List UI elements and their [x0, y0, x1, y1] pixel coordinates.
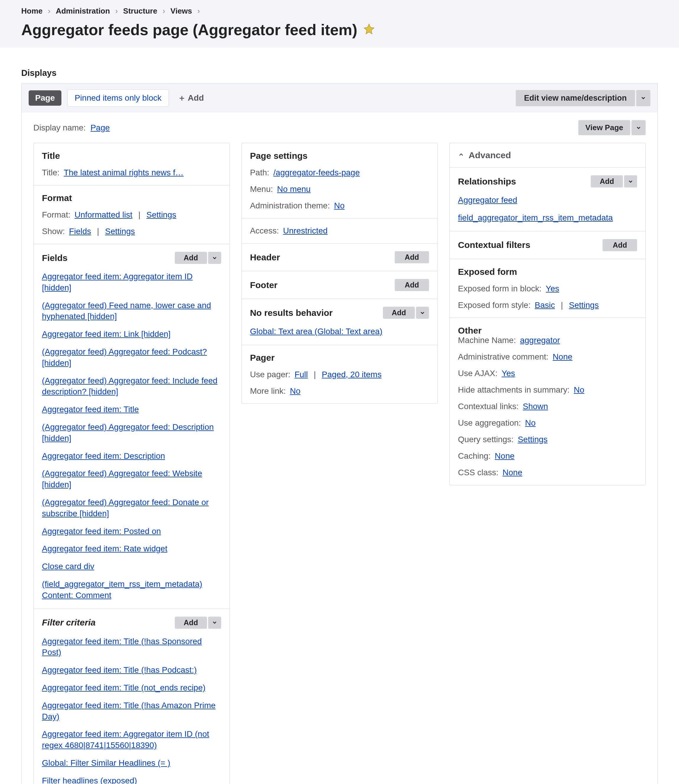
- edit-view-button[interactable]: Edit view name/description: [516, 90, 635, 106]
- format-value-link[interactable]: Unformatted list: [74, 210, 132, 220]
- breadcrumb-administration[interactable]: Administration: [56, 6, 110, 16]
- field-item[interactable]: Aggregator feed item: Description: [42, 451, 221, 462]
- show-settings-link[interactable]: Settings: [105, 227, 135, 236]
- displays-box: Page Pinned items only block ＋ Add Edit …: [21, 83, 658, 784]
- view-page-group: View Page: [578, 120, 646, 135]
- page-title: Aggregator feeds page (Aggregator feed i…: [21, 21, 357, 39]
- columns: Title Title: The latest animal rights ne…: [22, 143, 657, 784]
- relationships-add-button[interactable]: Add: [591, 175, 623, 188]
- field-item[interactable]: (Aggregator feed) Aggregator feed: Inclu…: [42, 375, 221, 397]
- relationship-item[interactable]: Aggregator feed: [458, 194, 637, 206]
- fields-add-dropdown[interactable]: [208, 252, 221, 264]
- pager-paged-link[interactable]: Paged, 20 items: [322, 370, 382, 379]
- footer-add-button[interactable]: Add: [395, 279, 429, 291]
- other-row: Machine Name:aggregator: [458, 336, 637, 345]
- field-item[interactable]: (Aggregator feed) Aggregator feed: Descr…: [42, 421, 221, 444]
- field-item[interactable]: (field_aggregator_item_rss_item_metadata…: [42, 579, 221, 601]
- exposed-style-link[interactable]: Basic: [535, 300, 555, 310]
- no-results-item[interactable]: Global: Text area (Global: Text area): [250, 326, 429, 337]
- exposed-style-settings-link[interactable]: Settings: [569, 300, 599, 310]
- other-value-link[interactable]: No: [525, 418, 536, 428]
- other-value-link[interactable]: None: [502, 468, 522, 477]
- field-item[interactable]: Aggregator feed item: Title: [42, 404, 221, 415]
- section-exposed-form: Exposed form Exposed form in block: Yes …: [450, 259, 645, 318]
- admin-theme-link[interactable]: No: [334, 201, 344, 210]
- field-item[interactable]: (Aggregator feed) Aggregator feed: Podca…: [42, 346, 221, 369]
- other-value-link[interactable]: Yes: [502, 369, 515, 378]
- tab-pinned-items-block[interactable]: Pinned items only block: [67, 89, 169, 106]
- other-label: Machine Name:: [458, 336, 516, 345]
- breadcrumb-home[interactable]: Home: [21, 6, 42, 16]
- field-item[interactable]: (Aggregator feed) Feed name, lower case …: [42, 300, 221, 322]
- relationship-item[interactable]: field_aggregator_item_rss_item_metadata: [458, 212, 637, 224]
- other-label: Use aggregation:: [458, 418, 521, 428]
- fields-add-button[interactable]: Add: [175, 252, 207, 264]
- section-format-heading: Format: [42, 193, 221, 203]
- add-display-button[interactable]: ＋ Add: [175, 92, 204, 103]
- advanced-header[interactable]: Advanced: [450, 143, 645, 167]
- use-pager-link[interactable]: Full: [295, 370, 308, 379]
- other-label: Query settings:: [458, 435, 513, 444]
- column-1: Title Title: The latest animal rights ne…: [33, 143, 230, 784]
- section-other: Other Machine Name:aggregatorAdministrat…: [450, 318, 645, 485]
- no-results-add-dropdown[interactable]: [416, 307, 429, 319]
- section-no-results: No results behavior Add Global: Text are…: [242, 299, 438, 345]
- view-page-dropdown[interactable]: [632, 120, 646, 135]
- filter-add-dropdown[interactable]: [208, 617, 221, 629]
- display-name-link[interactable]: Page: [90, 123, 110, 133]
- field-item[interactable]: Aggregator feed item: Link [hidden]: [42, 329, 221, 340]
- field-item[interactable]: Close card div: [42, 561, 221, 572]
- other-value-link[interactable]: None: [553, 352, 573, 361]
- filter-item[interactable]: Aggregator feed item: Title (!has Amazon…: [42, 700, 221, 722]
- use-pager-label: Use pager:: [250, 370, 291, 379]
- filter-add-button[interactable]: Add: [175, 617, 207, 629]
- other-value-link[interactable]: Settings: [518, 435, 548, 444]
- chevron-right-icon: ›: [115, 6, 118, 16]
- more-link[interactable]: No: [290, 387, 300, 396]
- format-settings-link[interactable]: Settings: [146, 210, 176, 220]
- relationships-add-dropdown[interactable]: [624, 175, 637, 188]
- breadcrumb-views[interactable]: Views: [171, 6, 192, 16]
- field-item[interactable]: (Aggregator feed) Aggregator feed: Donat…: [42, 497, 221, 519]
- section-footer: Footer Add: [242, 271, 438, 299]
- exposed-style-label: Exposed form style:: [458, 300, 530, 310]
- field-item[interactable]: Aggregator feed item: Rate widget: [42, 543, 221, 554]
- other-value-link[interactable]: Shown: [523, 402, 548, 411]
- other-value-link[interactable]: aggregator: [520, 336, 560, 345]
- breadcrumb-structure[interactable]: Structure: [123, 6, 157, 16]
- header-add-button[interactable]: Add: [395, 251, 429, 263]
- chevron-right-icon: ›: [163, 6, 165, 16]
- field-item[interactable]: Aggregator feed item: Aggregator item ID…: [42, 271, 221, 293]
- filter-item[interactable]: Aggregator feed item: Title (!has Sponso…: [42, 636, 221, 658]
- separator: |: [312, 370, 318, 379]
- exposed-form-heading: Exposed form: [458, 267, 637, 277]
- other-row: Query settings:Settings: [458, 435, 637, 444]
- filter-item[interactable]: Aggregator feed item: Aggregator item ID…: [42, 729, 221, 751]
- show-value-link[interactable]: Fields: [69, 227, 91, 236]
- filter-item[interactable]: Aggregator feed item: Title (!has Podcas…: [42, 665, 221, 676]
- header-heading: Header: [250, 252, 280, 263]
- other-value-link[interactable]: None: [495, 451, 515, 461]
- filter-item[interactable]: Aggregator feed item: Title (not_ends re…: [42, 682, 221, 693]
- path-link[interactable]: /aggregator-feeds-page: [273, 168, 360, 177]
- exposed-block-link[interactable]: Yes: [546, 284, 559, 293]
- column-2: Page settings Path: /aggregator-feeds-pa…: [241, 143, 438, 784]
- filter-item[interactable]: Filter headlines (exposed): [42, 775, 221, 784]
- title-value-link[interactable]: The latest animal rights news f…: [64, 168, 184, 177]
- field-item[interactable]: (Aggregator feed) Aggregator feed: Websi…: [42, 468, 221, 490]
- other-row: Use aggregation:No: [458, 418, 637, 428]
- other-value-link[interactable]: No: [574, 385, 584, 395]
- edit-view-dropdown[interactable]: [636, 90, 650, 106]
- star-icon[interactable]: [363, 23, 375, 37]
- access-link[interactable]: Unrestricted: [283, 226, 328, 236]
- no-results-add-button[interactable]: Add: [383, 307, 415, 319]
- add-display-label: Add: [188, 93, 204, 103]
- tab-page[interactable]: Page: [29, 90, 61, 106]
- other-row: Caching:None: [458, 451, 637, 461]
- display-name-label: Display name:: [33, 123, 86, 133]
- menu-link[interactable]: No menu: [277, 185, 311, 194]
- field-item[interactable]: Aggregator feed item: Posted on: [42, 526, 221, 537]
- contextual-filters-add-button[interactable]: Add: [602, 239, 637, 251]
- view-page-button[interactable]: View Page: [578, 120, 630, 135]
- filter-item[interactable]: Global: Filter Similar Headlines (= ): [42, 757, 221, 768]
